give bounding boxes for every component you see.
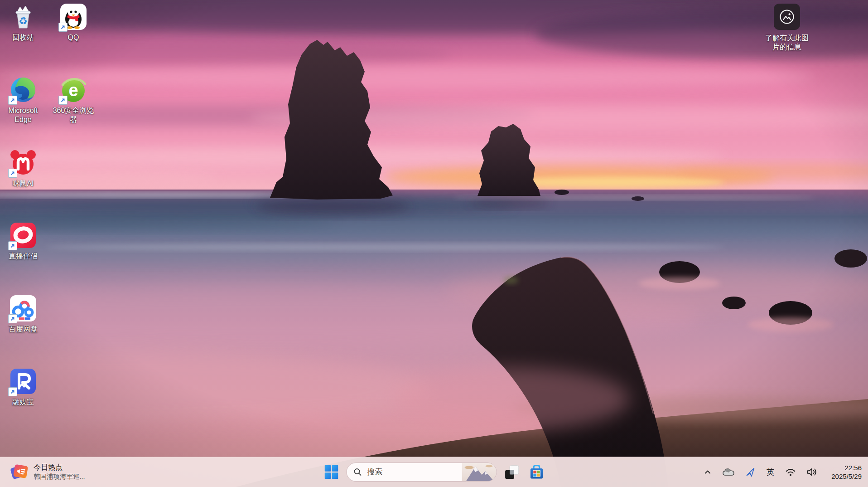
wifi-icon <box>785 467 796 477</box>
volume-tray-button[interactable] <box>804 465 820 479</box>
taskbar-search-box[interactable] <box>347 463 497 482</box>
desktop: ♻ 回收站 QQ <box>0 0 868 487</box>
widgets-button[interactable]: 今日热点 韩国浦项海军巡... <box>5 457 89 487</box>
desktop-icon-label: QQ <box>52 33 95 42</box>
360-browser-icon: e <box>59 76 87 104</box>
desktop-icon-qq[interactable]: QQ <box>52 3 95 42</box>
taskbar: 今日热点 韩国浦项海军巡... <box>0 457 868 487</box>
shortcut-arrow-badge <box>58 23 68 32</box>
spotlight-label: 了解有关此图 片的信息 <box>752 34 822 52</box>
clock-time: 22:56 <box>831 463 862 472</box>
desktop-icon-label: 回收站 <box>1 33 45 42</box>
start-button[interactable] <box>322 462 342 482</box>
windows-logo-icon <box>325 465 338 479</box>
desktop-icon-label: 咪鼠AI <box>1 179 45 188</box>
qq-icon <box>59 3 87 31</box>
speaker-icon <box>806 467 818 477</box>
shortcut-arrow-badge <box>8 387 17 396</box>
shortcut-arrow-badge <box>8 169 17 178</box>
location-tray-button[interactable] <box>743 465 757 479</box>
task-view-button[interactable] <box>502 462 522 482</box>
desktop-icon-label: Microsoft Edge <box>1 106 45 124</box>
taskbar-center <box>322 457 547 487</box>
onedrive-tray-button[interactable] <box>720 465 737 479</box>
desktop-icon-label: 融媒宝 <box>1 398 45 407</box>
svg-text:♻: ♻ <box>19 15 28 27</box>
wallpaper-sunset-beach <box>0 0 868 487</box>
microsoft-store-icon <box>529 464 545 480</box>
desktop-icon-label: 直播伴侣 <box>1 252 45 261</box>
desktop-icon-recycle-bin[interactable]: ♻ 回收站 <box>1 3 45 42</box>
chevron-up-icon <box>703 468 712 477</box>
clock[interactable]: 22:56 2025/5/29 <box>829 463 864 482</box>
picture-info-icon <box>774 4 800 30</box>
system-tray: 英 22:56 2025/5/29 <box>701 457 864 487</box>
baidu-netdisk-icon <box>9 294 37 322</box>
svg-text:e: e <box>68 81 78 100</box>
clock-date: 2025/5/29 <box>831 472 862 481</box>
desktop-icon-label: 百度网盘 <box>1 325 45 334</box>
spotlight-learn-about-picture[interactable]: 了解有关此图 片的信息 <box>752 4 822 52</box>
search-icon <box>354 468 362 476</box>
desktop-icon-baidu-netdisk[interactable]: 百度网盘 <box>1 294 45 334</box>
search-highlight-mountain-image <box>462 463 497 482</box>
shortcut-arrow-badge <box>58 96 68 105</box>
ime-language-indicator[interactable]: 英 <box>764 465 777 479</box>
desktop-icon-360-browser[interactable]: e 360安全浏览器 <box>52 76 95 124</box>
desktop-icon-rongmeibao[interactable]: 融媒宝 <box>1 367 45 407</box>
edge-icon <box>9 76 37 104</box>
microsoft-store-button[interactable] <box>527 462 547 482</box>
shortcut-arrow-badge <box>8 241 17 250</box>
tray-overflow-chevron[interactable] <box>701 466 714 478</box>
shortcut-arrow-badge <box>8 96 17 105</box>
widgets-news-icon <box>9 462 29 482</box>
desktop-icon-label: 360安全浏览器 <box>52 106 95 124</box>
desktop-icon-microsoft-edge[interactable]: Microsoft Edge <box>1 76 45 124</box>
desktop-icon-mishu-ai[interactable]: 咪鼠AI <box>1 149 45 188</box>
widget-headline: 韩国浦项海军巡... <box>34 472 85 481</box>
search-input[interactable] <box>366 467 445 477</box>
cloud-icon <box>722 467 735 477</box>
recycle-bin-icon: ♻ <box>9 3 37 31</box>
mishu-ai-icon <box>9 149 37 177</box>
widget-text: 今日热点 韩国浦项海军巡... <box>34 463 85 481</box>
location-arrow-icon <box>745 467 756 477</box>
desktop-icon-live-companion[interactable]: 直播伴侣 <box>1 221 45 261</box>
live-companion-icon <box>9 221 37 249</box>
task-view-icon <box>504 464 520 480</box>
rongmeibao-icon <box>9 367 37 395</box>
widget-title: 今日热点 <box>34 463 85 472</box>
shortcut-arrow-badge <box>8 314 17 323</box>
wifi-tray-button[interactable] <box>783 465 798 479</box>
